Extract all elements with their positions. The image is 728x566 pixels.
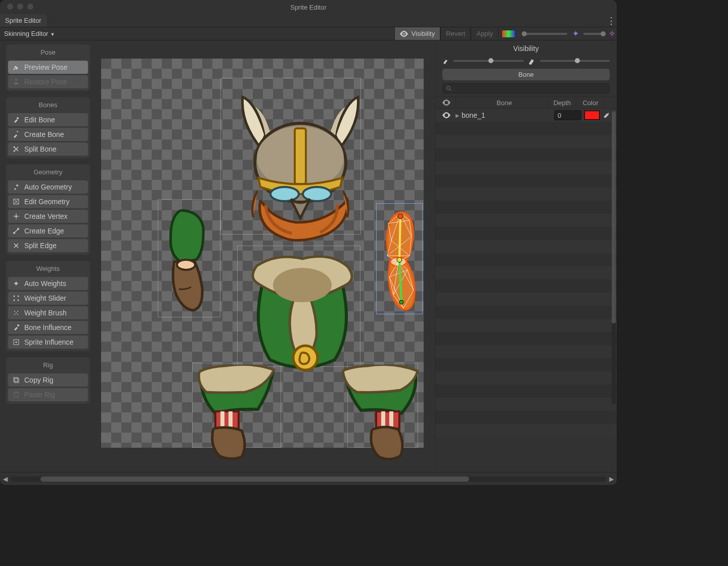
scissors-icon bbox=[12, 145, 20, 153]
zoom-icon[interactable] bbox=[27, 4, 33, 10]
restore-pose-button[interactable]: Restore Pose bbox=[8, 75, 88, 88]
panel-tab-bone[interactable]: Bone bbox=[442, 69, 610, 80]
tab-sprite-editor[interactable]: Sprite Editor bbox=[0, 14, 48, 27]
color-spectrum-icon[interactable] bbox=[502, 30, 516, 38]
canvas-viewport[interactable] bbox=[95, 40, 435, 472]
bone-link-icon bbox=[12, 323, 20, 332]
auto-weights-button[interactable]: ✦ Auto Weights bbox=[8, 277, 88, 290]
table-row[interactable]: ▶ bone_1 bbox=[435, 109, 617, 122]
svg-point-28 bbox=[303, 187, 331, 201]
group-weights: Weights ✦ Auto Weights Weight Slider Wei… bbox=[6, 261, 90, 351]
sprite-left-arm bbox=[167, 209, 210, 315]
svg-rect-22 bbox=[14, 392, 18, 397]
bone-opacity-slider[interactable] bbox=[583, 33, 604, 35]
svg-rect-38 bbox=[215, 411, 239, 429]
depth-input[interactable] bbox=[554, 110, 581, 120]
checker-background bbox=[101, 59, 424, 448]
mode-dropdown[interactable]: Skinning Editor ▼ bbox=[0, 27, 59, 40]
svg-point-13 bbox=[14, 311, 15, 312]
svg-point-34 bbox=[397, 257, 402, 262]
create-vertex-button[interactable]: Create Vertex bbox=[8, 210, 88, 223]
copy-rig-button[interactable]: Copy Rig bbox=[8, 373, 88, 387]
group-geometry: Geometry Auto Geometry Edit Geometry Cre… bbox=[6, 164, 90, 255]
edit-bone-button[interactable]: Edit Bone bbox=[8, 113, 88, 126]
revert-button[interactable]: Revert bbox=[440, 27, 471, 40]
row-visibility-icon[interactable] bbox=[442, 112, 456, 118]
paste-rig-button[interactable]: Paste Rig bbox=[8, 388, 88, 401]
scroll-left-icon[interactable]: ◀ bbox=[3, 476, 8, 483]
sprite-torso bbox=[247, 256, 358, 375]
column-bone[interactable]: Bone bbox=[461, 99, 548, 107]
person-icon bbox=[12, 78, 20, 86]
visibility-panel: Visibility Bone Bone Depth Color bbox=[435, 40, 617, 472]
eyedropper-icon[interactable] bbox=[603, 112, 610, 119]
split-bone-button[interactable]: Split Bone bbox=[8, 143, 88, 156]
search-field[interactable] bbox=[454, 85, 606, 92]
scroll-right-icon[interactable]: ▶ bbox=[609, 476, 614, 483]
sprite-link-icon bbox=[12, 338, 20, 346]
group-header: Weights bbox=[7, 262, 89, 275]
bone-toggle-icon[interactable]: ✦ bbox=[570, 29, 580, 38]
svg-rect-40 bbox=[229, 411, 233, 429]
toolbar: Skinning Editor ▼ Visibility Revert Appl… bbox=[0, 27, 617, 40]
svg-point-44 bbox=[447, 86, 450, 90]
tab-label: Sprite Editor bbox=[5, 17, 41, 24]
button-label: Create Vertex bbox=[24, 212, 68, 220]
weight-brush-button[interactable]: Weight Brush bbox=[8, 306, 88, 319]
eye-column-icon[interactable] bbox=[442, 100, 456, 106]
svg-point-35 bbox=[399, 300, 403, 304]
apply-button[interactable]: Apply bbox=[471, 27, 498, 40]
preview-pose-button[interactable]: Preview Pose bbox=[8, 61, 88, 74]
weight-slider-button[interactable]: Weight Slider bbox=[8, 292, 88, 305]
svg-point-11 bbox=[14, 300, 15, 301]
minimize-icon[interactable] bbox=[17, 4, 23, 10]
close-icon[interactable] bbox=[7, 4, 13, 10]
column-depth[interactable]: Depth bbox=[548, 99, 576, 107]
sprite-right-leg bbox=[339, 365, 420, 461]
column-color[interactable]: Color bbox=[576, 99, 605, 107]
footer: ◀ ▶ bbox=[0, 472, 617, 485]
vertical-scrollbar[interactable] bbox=[612, 111, 616, 404]
svg-point-32 bbox=[398, 214, 403, 219]
search-input[interactable] bbox=[442, 83, 610, 93]
svg-point-9 bbox=[14, 296, 15, 297]
opacity-slider[interactable] bbox=[522, 33, 567, 35]
button-label: Auto Geometry bbox=[24, 183, 72, 191]
horizontal-scrollbar[interactable] bbox=[11, 477, 606, 482]
svg-point-2 bbox=[15, 79, 17, 81]
split-edge-button[interactable]: Split Edge bbox=[8, 239, 88, 252]
edit-geometry-button[interactable]: Edit Geometry bbox=[8, 195, 88, 208]
tab-options-icon[interactable]: ⋮ bbox=[606, 14, 617, 27]
expand-icon[interactable]: ▶ bbox=[456, 113, 460, 118]
brush-small-icon[interactable] bbox=[442, 57, 449, 64]
search-icon bbox=[446, 85, 452, 91]
color-swatch[interactable] bbox=[584, 111, 600, 120]
overlay-toggle-icon[interactable]: ✧ bbox=[607, 29, 617, 38]
svg-rect-20 bbox=[14, 378, 18, 382]
svg-point-3 bbox=[17, 117, 19, 119]
svg-point-36 bbox=[273, 268, 332, 302]
create-edge-button[interactable]: Create Edge bbox=[8, 224, 88, 238]
svg-point-5 bbox=[14, 151, 15, 152]
bone-influence-button[interactable]: Bone Influence bbox=[8, 321, 88, 334]
brush-size-slider[interactable] bbox=[453, 60, 524, 62]
sparkle-icon: ✦ bbox=[12, 279, 20, 288]
sprite-influence-button[interactable]: Sprite Influence bbox=[8, 336, 88, 349]
svg-point-29 bbox=[177, 260, 195, 270]
brush-hardness-slider[interactable] bbox=[540, 60, 610, 62]
bone-icon bbox=[12, 116, 20, 124]
svg-rect-43 bbox=[389, 411, 393, 429]
group-pose: Pose Preview Pose Restore Pose bbox=[6, 44, 90, 91]
button-label: Sprite Influence bbox=[24, 338, 73, 346]
create-bone-button[interactable]: Create Bone bbox=[8, 128, 88, 141]
button-label: Edit Geometry bbox=[24, 198, 69, 206]
auto-geometry-button[interactable]: Auto Geometry bbox=[8, 180, 88, 194]
brush-large-icon[interactable] bbox=[528, 57, 536, 65]
visibility-toggle[interactable]: Visibility bbox=[394, 27, 440, 40]
svg-point-12 bbox=[18, 300, 19, 301]
button-label: Create Bone bbox=[24, 130, 64, 138]
svg-rect-21 bbox=[15, 379, 19, 383]
panel-title: Visibility bbox=[435, 40, 617, 57]
svg-rect-26 bbox=[295, 128, 306, 184]
bone-name[interactable]: bone_1 bbox=[462, 111, 554, 119]
